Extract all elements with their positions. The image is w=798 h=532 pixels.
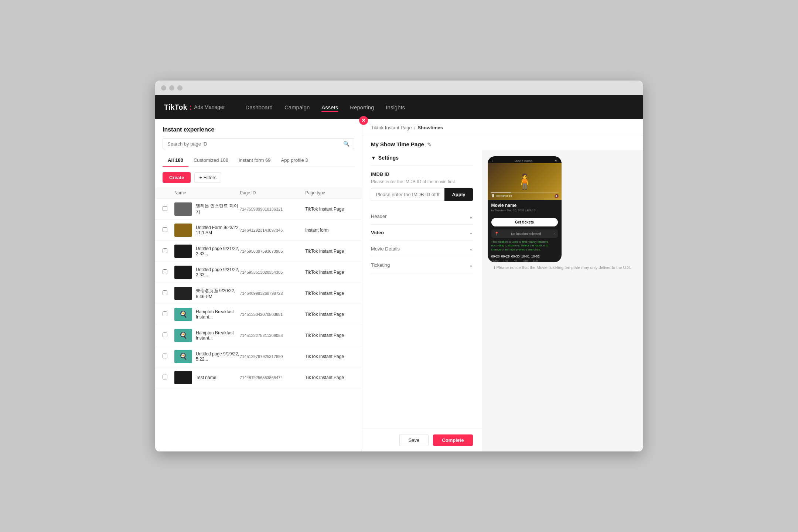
table-row[interactable]: 未命名页面 9/20/22, 6:46 PM 71454099832687987… (155, 283, 362, 304)
tab-app-profile[interactable]: App profile 3 (276, 154, 313, 167)
table-row[interactable]: 델리톤 인스턴트 페이지 7147559899810136321 TikTok … (155, 199, 362, 220)
row-thumbnail-4 (174, 287, 192, 300)
get-tickets-button[interactable]: Get tickets (491, 218, 558, 226)
tabs-section: All 180 Customized 108 Instant form 69 A… (155, 154, 362, 172)
row-checkbox-5[interactable] (163, 311, 174, 318)
breadcrumb-link[interactable]: Tiktok Instant Page (371, 125, 412, 130)
row-name-text-4: 未命名页面 9/20/22, 6:46 PM (196, 288, 240, 299)
location-pin-icon: 📍 (494, 232, 499, 236)
nav-campaign[interactable]: Campaign (284, 103, 310, 112)
tab-customized[interactable]: Customized 108 (188, 154, 233, 167)
accordion-ticketing-label: Ticketing (371, 262, 390, 268)
row-checkbox-1[interactable] (163, 227, 174, 233)
breadcrumb-current: Showtimes (417, 125, 443, 130)
date-item-2[interactable]: 09-30 Fri (511, 255, 520, 262)
row-checkbox-8[interactable] (163, 374, 174, 381)
table-row[interactable]: Untitled page 9/21/22, 2:33... 714595639… (155, 241, 362, 262)
accordion-video-label: Video (371, 230, 384, 235)
table-row[interactable]: Test name 7144819256553865474 TikTok Ins… (155, 367, 362, 388)
date-item-1[interactable]: 09-29 Thu (501, 255, 510, 262)
phone-location-row[interactable]: 📍 No location selected › (491, 229, 558, 238)
edit-icon[interactable]: ✎ (427, 141, 432, 147)
apply-button[interactable]: Apply (444, 188, 473, 201)
panel-footer: Save Complete (362, 429, 482, 451)
phone-location-note: This location is used to find nearby the… (491, 240, 558, 252)
settings-content: ▼ Settings IMDB ID Please enter the IMDB… (362, 150, 482, 429)
notice-icon: ℹ (494, 265, 495, 270)
accordion-header[interactable]: Header ⌄ (371, 208, 473, 225)
phone-top-bar: ‹ Movie name ⚑ (488, 156, 562, 163)
complete-button[interactable]: Complete (433, 434, 473, 446)
minimize-btn[interactable] (169, 85, 174, 91)
date-num-4: 10-02 (531, 255, 540, 258)
accordion-movie-details[interactable]: Movie Details ⌄ (371, 241, 473, 257)
search-box: 🔍 (163, 138, 354, 149)
save-button[interactable]: Save (399, 434, 429, 446)
close-panel-button[interactable]: ✕ (359, 116, 368, 125)
row-pageid-5: 7145133042070503681 (240, 312, 305, 317)
page-name-row: My Show Time Page ✎ (362, 135, 643, 150)
maximize-btn[interactable] (177, 85, 183, 91)
phone-flag-icon: ⚑ (554, 159, 557, 163)
date-day-3: Sat (521, 259, 530, 262)
filters-button[interactable]: + Filters (194, 172, 221, 183)
date-day-0: Wed (491, 259, 500, 262)
row-checkbox-6[interactable] (163, 332, 174, 339)
main-content: Instant experience 🔍 All 180 Customized … (155, 119, 643, 451)
phone-movie-title: Movie name (491, 203, 558, 208)
row-name-text-8: Test name (196, 375, 216, 380)
phone-video: 🧍 ⏸ 00:03/00:19 🔇 (488, 163, 562, 200)
showtimes-panel: Tiktok Instant Page / Showtimes My Show … (362, 119, 643, 451)
row-name-text-3: Untitled page 9/21/22, 2:33... (196, 267, 240, 277)
date-item-0[interactable]: 09-28 Wed (491, 255, 500, 262)
table-header: Name Page ID Page type (155, 187, 362, 199)
row-checkbox-0[interactable] (163, 206, 174, 212)
row-pagetype-4: TikTok Instant Page (305, 291, 354, 296)
accordion-video[interactable]: Video ⌄ (371, 225, 473, 241)
row-thumbnail-6: 🍳 (174, 329, 192, 342)
create-button[interactable]: Create (163, 172, 191, 183)
row-checkbox-2[interactable] (163, 248, 174, 255)
table-row[interactable]: Untitled Form 9/23/22, 11:1 AM 714641292… (155, 220, 362, 241)
tab-all[interactable]: All 180 (163, 154, 188, 167)
row-checkbox-4[interactable] (163, 290, 174, 297)
date-item-4[interactable]: 10-02 Sun (531, 255, 540, 262)
nav-insights[interactable]: Insights (386, 103, 405, 112)
date-item-3[interactable]: 10-01 Sat (521, 255, 530, 262)
table-row[interactable]: 🍳 Hampton Breakfast Instant... 714513327… (155, 325, 362, 346)
table-row[interactable]: 🍳 Hampton Breakfast Instant... 714513304… (155, 304, 362, 325)
search-input[interactable] (167, 141, 340, 147)
date-day-1: Thu (501, 259, 510, 262)
imdb-input[interactable] (371, 188, 444, 201)
accordion-ticketing-chevron: ⌄ (469, 263, 473, 268)
date-day-2: Fri (511, 259, 520, 262)
row-checkbox-3[interactable] (163, 269, 174, 276)
settings-arrow-icon: ▼ (371, 155, 376, 161)
nav-reporting[interactable]: Reporting (350, 103, 374, 112)
left-panel: Instant experience 🔍 All 180 Customized … (155, 119, 362, 451)
nav-dashboard[interactable]: Dashboard (246, 103, 273, 112)
row-pageid-3: 7145953513028354305 (240, 270, 305, 274)
pagetype-col-header: Page type (305, 190, 354, 195)
row-thumbnail-5: 🍳 (174, 308, 192, 321)
logo-ads-text: Ads Manager (194, 104, 225, 110)
row-pagetype-8: TikTok Instant Page (305, 375, 354, 380)
right-content: ▼ Settings IMDB ID Please enter the IMDB… (362, 150, 643, 451)
pageid-col-header: Page ID (240, 190, 305, 195)
accordion-ticketing[interactable]: Ticketing ⌄ (371, 257, 473, 273)
table-row[interactable]: Untitled page 9/21/22, 2:33... 714595351… (155, 262, 362, 283)
date-num-0: 09-28 (491, 255, 500, 258)
volume-icon[interactable]: 🔇 (554, 194, 559, 198)
row-checkbox-7[interactable] (163, 353, 174, 360)
row-thumbnail-2 (174, 245, 192, 258)
row-pagetype-5: TikTok Instant Page (305, 312, 354, 317)
row-pagetype-3: TikTok Instant Page (305, 270, 354, 275)
tab-instant-form[interactable]: Instant form 69 (233, 154, 276, 167)
search-icon: 🔍 (343, 141, 349, 147)
date-num-3: 10-01 (521, 255, 530, 258)
pause-icon[interactable]: ⏸ (491, 193, 495, 198)
table-row[interactable]: 🍳 Untitled page 9/19/22, 5:22... 7145129… (155, 346, 362, 367)
nav-assets[interactable]: Assets (321, 103, 338, 112)
left-panel-title: Instant experience (163, 126, 354, 133)
close-btn[interactable] (161, 85, 166, 91)
